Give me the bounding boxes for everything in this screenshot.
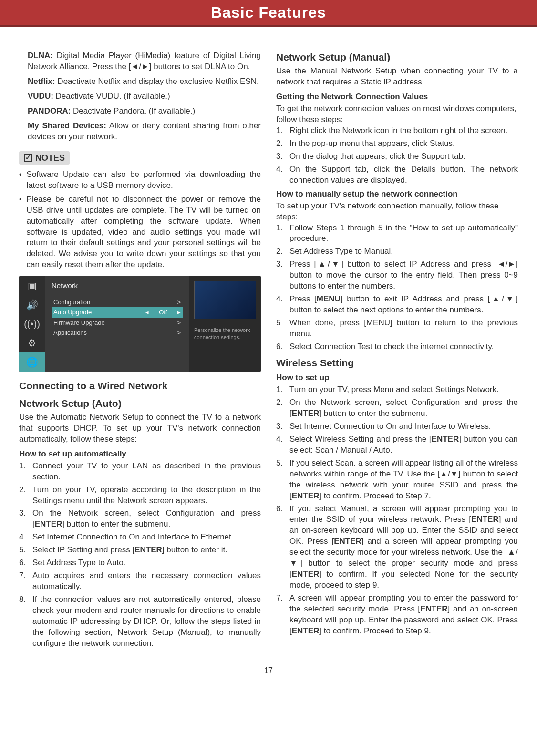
gv-step-4: 4.On the Support tab, click the Details … bbox=[276, 164, 518, 186]
signal-icon: ((•)) bbox=[19, 314, 45, 333]
menu-row-label: Firmware Upgrade bbox=[53, 319, 105, 327]
globe-icon: 🌐 bbox=[19, 352, 45, 372]
step-text: Connect your TV to your LAN as described… bbox=[32, 461, 261, 483]
step-text: If you select Scan, a screen will appear… bbox=[289, 458, 518, 502]
step-text: Set Address Type to Auto. bbox=[32, 558, 261, 569]
pandora-label: PANDORA: bbox=[28, 106, 71, 115]
dlna-text: Digital Media Player (HiMedia) feature o… bbox=[28, 51, 261, 71]
man-step-4: 4.Press [MENU] button to exit IP Address… bbox=[276, 294, 518, 316]
w-step-5: 5.If you select Scan, a screen will appe… bbox=[276, 458, 518, 502]
step-text: Select Wireless Setting and press the [E… bbox=[289, 434, 518, 456]
auto-intro: Use the Automatic Network Setup to conne… bbox=[19, 412, 261, 445]
menu-row-applications: Applications> bbox=[52, 328, 183, 338]
step-text: If you select Manual, a screen will appe… bbox=[289, 504, 518, 591]
step-text: Follow Steps 1 through 5 in the "How to … bbox=[289, 223, 518, 245]
menu-row-auto-upgrade: Auto Upgrade◂ Off ▸ bbox=[52, 307, 183, 318]
menu-value: ◂ Off ▸ bbox=[145, 308, 181, 317]
step-text: When done, press [MENU] button to return… bbox=[289, 318, 518, 340]
step-text: Set Internet Connection to On and Interf… bbox=[32, 532, 261, 543]
gv-step-3: 3.On the dialog that appears, click the … bbox=[276, 151, 518, 162]
menu-row-label: Configuration bbox=[53, 298, 90, 307]
man-step-2: 2.Set Address Type to Manual. bbox=[276, 246, 518, 257]
tv-menu-screenshot: ▣ 🔊 ((•)) ⚙ 🌐 Network Configuration> Aut… bbox=[19, 276, 261, 372]
gv-step-2: 2.In the pop-up menu that appears, click… bbox=[276, 138, 518, 149]
step-text: Select Connection Test to check the inte… bbox=[289, 342, 518, 352]
right-column: Network Setup (Manual) Use the Manual Ne… bbox=[276, 51, 518, 651]
w-step-4: 4.Select Wireless Setting and press the … bbox=[276, 434, 518, 456]
auto-step-2: 2.Turn on your TV, operate according to … bbox=[19, 485, 261, 507]
manually-intro: To set up your TV's network connection m… bbox=[276, 201, 518, 223]
chevron-right-icon: > bbox=[177, 329, 181, 337]
gv-step-1: 1.Right click the Network icon in the bo… bbox=[276, 125, 518, 136]
note-1: •Software Update can also be performed v… bbox=[19, 169, 261, 191]
getvalues-intro: To get the network connection values on … bbox=[276, 104, 518, 125]
step-text: On the Support tab, click the Details bu… bbox=[289, 164, 518, 186]
picture-icon: ▣ bbox=[19, 276, 45, 295]
w-step-6: 6.If you select Manual, a screen will ap… bbox=[276, 504, 518, 591]
step-text: On the Network screen, select Configurat… bbox=[289, 397, 518, 419]
notes-badge: ✓ NOTES bbox=[19, 151, 70, 165]
heading-getvalues: Getting the Network Connection Values bbox=[276, 92, 518, 103]
sound-icon: 🔊 bbox=[19, 295, 45, 314]
check-icon: ✓ bbox=[24, 154, 32, 162]
heading-wired: Connecting to a Wired Network bbox=[19, 379, 261, 393]
step-text: Turn on your TV, operate according to th… bbox=[32, 485, 261, 507]
man-step-5: 5When done, press [MENU] button to retur… bbox=[276, 318, 518, 340]
pandora-para: PANDORA: Deactivate Pandora. (If availab… bbox=[19, 106, 261, 117]
left-column: DLNA: Digital Media Player (HiMedia) fea… bbox=[19, 51, 261, 651]
w-step-1: 1.Turn on your TV, press Menu and select… bbox=[276, 384, 518, 395]
menu-thumbnail bbox=[194, 281, 256, 319]
page-header: Basic Features bbox=[0, 0, 537, 27]
step-text: Set Internet Connection to On and Interf… bbox=[289, 421, 518, 432]
note-1-text: Software Update can also be performed vi… bbox=[27, 169, 261, 191]
menu-row-configuration: Configuration> bbox=[52, 297, 183, 308]
w-step-2: 2.On the Network screen, select Configur… bbox=[276, 397, 518, 419]
netflix-label: Netflix: bbox=[28, 77, 55, 86]
w-step-7: 7.A screen will appear prompting you to … bbox=[276, 593, 518, 637]
auto-step-5: 5.Select IP Setting and press [ENTER] bu… bbox=[19, 545, 261, 556]
step-text: Set Address Type to Manual. bbox=[289, 246, 518, 257]
dlna-para: DLNA: Digital Media Player (HiMedia) fea… bbox=[19, 51, 261, 72]
note-2-text: Please be careful not to disconnect the … bbox=[27, 194, 261, 271]
bullet-icon: • bbox=[19, 169, 27, 191]
menu-description: Personalize the network connection setti… bbox=[194, 327, 256, 341]
shared-para: My Shared Devices: Allow or deny content… bbox=[19, 121, 261, 143]
man-step-1: 1.Follow Steps 1 through 5 in the "How t… bbox=[276, 223, 518, 245]
step-text: A screen will appear prompting you to en… bbox=[289, 593, 518, 637]
menu-row-firmware: Firmware Upgrade> bbox=[52, 318, 183, 328]
bullet-icon: • bbox=[19, 194, 27, 271]
netflix-para: Netflix: Deactivate Netflix and display … bbox=[19, 76, 261, 87]
pandora-text: Deactivate Pandora. (If available.) bbox=[71, 106, 195, 115]
auto-step-3: 3.On the Network screen, select Configur… bbox=[19, 508, 261, 530]
w-step-3: 3.Set Internet Connection to On and Inte… bbox=[276, 421, 518, 432]
heading-wireless: Wireless Setting bbox=[276, 356, 518, 370]
auto-step-1: 1.Connect your TV to your LAN as describ… bbox=[19, 461, 261, 483]
menu-title: Network bbox=[52, 281, 183, 293]
step-text: Select IP Setting and press [ENTER] butt… bbox=[32, 545, 261, 556]
step-text: On the Network screen, select Configurat… bbox=[32, 508, 261, 530]
step-text: In the pop-up menu that appears, click S… bbox=[289, 138, 518, 149]
man-step-3: 3.Press [▲/▼] button to select IP Addres… bbox=[276, 259, 518, 292]
gear-icon: ⚙ bbox=[19, 333, 45, 352]
menu-row-label: Auto Upgrade bbox=[53, 308, 92, 317]
step-text: Right click the Network icon in the bott… bbox=[289, 125, 518, 136]
step-text: Turn on your TV, press Menu and select S… bbox=[289, 384, 518, 395]
how-auto-heading: How to set up automatically bbox=[19, 449, 261, 460]
auto-step-4: 4.Set Internet Connection to On and Inte… bbox=[19, 532, 261, 543]
step-text: If the connection values are not automat… bbox=[32, 594, 261, 649]
step-text: Press [▲/▼] button to select IP Address … bbox=[289, 259, 518, 292]
auto-step-8: 8.If the connection values are not autom… bbox=[19, 594, 261, 649]
menu-main: Network Configuration> Auto Upgrade◂ Off… bbox=[45, 276, 189, 372]
shared-label: My Shared Devices: bbox=[28, 121, 106, 130]
heading-howsetup: How to set up bbox=[276, 373, 518, 383]
man-step-6: 6.Select Connection Test to check the in… bbox=[276, 342, 518, 352]
auto-step-6: 6.Set Address Type to Auto. bbox=[19, 558, 261, 569]
menu-row-label: Applications bbox=[53, 329, 87, 337]
content-area: DLNA: Digital Media Player (HiMedia) fea… bbox=[0, 27, 537, 661]
vudu-text: Deactivate VUDU. (If available.) bbox=[53, 92, 170, 101]
step-text: Auto acquires and enters the necessary c… bbox=[32, 570, 261, 592]
vudu-label: VUDU: bbox=[28, 92, 53, 101]
page-number: 17 bbox=[0, 661, 537, 684]
note-2: •Please be careful not to disconnect the… bbox=[19, 194, 261, 271]
netflix-text: Deactivate Netflix and display the exclu… bbox=[55, 77, 259, 86]
